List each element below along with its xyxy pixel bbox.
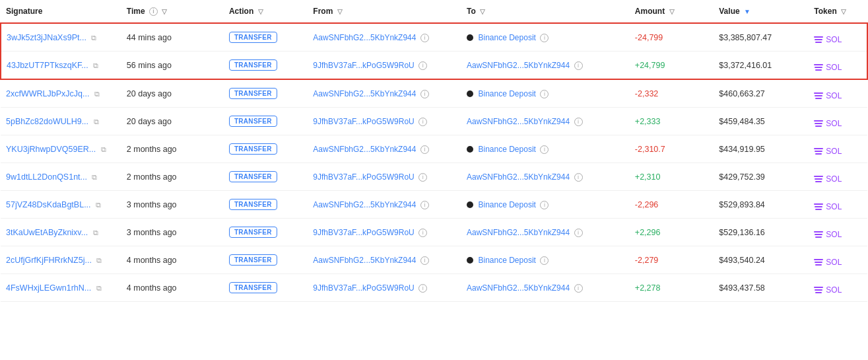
to-info-icon[interactable]: i (540, 145, 549, 154)
signature-link[interactable]: 2xcfWWRLJbPxJcJq... (6, 89, 89, 98)
from-address-link[interactable]: 9JfhBV37aF...kPoG5W9RoU (313, 228, 414, 237)
to-info-icon[interactable]: i (540, 201, 549, 209)
to-address-link[interactable]: AawSNFbhG2...5KbYnkZ944 (467, 61, 570, 70)
from-info-icon[interactable]: i (418, 61, 427, 70)
amount-value: +2,278 (635, 283, 661, 293)
sol-lines-icon (814, 64, 823, 71)
copy-icon[interactable]: ⧉ (96, 284, 102, 293)
to-address-link[interactable]: Binance Deposit (479, 256, 536, 265)
from-address-link[interactable]: AawSNFbhG2...5KbYnkZ944 (313, 33, 416, 42)
from-address-link[interactable]: 9JfhBV37aF...kPoG5W9RoU (313, 283, 414, 293)
copy-icon[interactable]: ⧉ (96, 256, 102, 265)
sol-line-1 (814, 120, 823, 122)
signature-link[interactable]: 9w1dtLL2DonQS1nt... (6, 172, 87, 182)
from-address-link[interactable]: 9JfhBV37aF...kPoG5W9RoU (313, 172, 414, 182)
value-sort-icon[interactable]: ▼ (744, 8, 751, 15)
binance-dot (467, 90, 473, 97)
col-header-from[interactable]: From ▽ (308, 0, 461, 23)
signature-link[interactable]: 4FsWHxjLEGwn1rhN... (6, 283, 91, 293)
sol-line-2 (815, 123, 822, 124)
cell-value: $529,893.84 (714, 191, 809, 219)
signature-link[interactable]: 43JbzUT7PTkszqKF... (7, 61, 88, 70)
copy-icon[interactable]: ⧉ (91, 34, 96, 42)
token-sort-icon[interactable]: ▽ (841, 8, 846, 15)
copy-icon[interactable]: ⧉ (93, 229, 98, 237)
copy-icon[interactable]: ⧉ (94, 90, 100, 98)
from-info-icon[interactable]: i (420, 145, 429, 154)
time-info-icon[interactable]: i (149, 7, 158, 16)
amount-sort-icon[interactable]: ▽ (669, 8, 675, 15)
signature-link[interactable]: 2cUfjGrfKjFHRrkNZ5j... (6, 256, 92, 265)
signature-link[interactable]: 3wJk5zt3jJNaXs9Pt... (7, 33, 86, 42)
copy-icon[interactable]: ⧉ (96, 201, 101, 209)
copy-icon[interactable]: ⧉ (92, 173, 97, 182)
to-address-link[interactable]: Binance Deposit (479, 89, 536, 98)
cell-to: AawSNFbhG2...5KbYnkZ944 i (461, 219, 630, 246)
from-sort-icon[interactable]: ▽ (337, 8, 343, 15)
to-info-icon[interactable]: i (574, 229, 583, 237)
cell-signature: 2xcfWWRLJbPxJcJq... ⧉ (1, 79, 121, 108)
from-info-icon[interactable]: i (420, 34, 429, 42)
from-address-link[interactable]: 9JfhBV37aF...kPoG5W9RoU (313, 61, 414, 70)
sol-line-1 (814, 203, 823, 205)
to-address-link[interactable]: AawSNFbhG2...5KbYnkZ944 (467, 228, 570, 237)
signature-link[interactable]: 5pBhZc82doWULH9... (6, 117, 88, 126)
to-info-icon[interactable]: i (540, 34, 549, 42)
cell-value: $460,663.27 (714, 79, 809, 108)
cell-signature: 4FsWHxjLEGwn1rhN... ⧉ (1, 274, 121, 302)
from-info-icon[interactable]: i (420, 90, 429, 98)
copy-icon[interactable]: ⧉ (94, 118, 99, 126)
from-info-icon[interactable]: i (418, 173, 427, 182)
amount-value: -2,332 (635, 89, 658, 98)
cell-time: 4 months ago (121, 246, 224, 274)
action-badge: TRANSFER (229, 116, 277, 127)
signature-link[interactable]: YKU3jRhwpDVQ59ER... (6, 145, 96, 154)
from-address-link[interactable]: AawSNFbhG2...5KbYnkZ944 (313, 256, 416, 265)
to-address-link[interactable]: Binance Deposit (479, 200, 536, 209)
copy-icon[interactable]: ⧉ (101, 145, 106, 154)
action-sort-icon[interactable]: ▽ (258, 8, 263, 15)
from-address-link[interactable]: 9JfhBV37aF...kPoG5W9RoU (313, 117, 414, 126)
cell-action: TRANSFER (224, 23, 308, 52)
to-info-icon[interactable]: i (540, 90, 549, 98)
col-header-time[interactable]: Time i ▽ (121, 0, 224, 23)
to-info-icon[interactable]: i (574, 61, 583, 70)
to-address-link[interactable]: AawSNFbhG2...5KbYnkZ944 (467, 117, 570, 126)
signature-link[interactable]: 3tKaUwEtAByZknixv... (6, 228, 88, 237)
from-address-link[interactable]: AawSNFbhG2...5KbYnkZ944 (313, 145, 416, 154)
to-info-icon[interactable]: i (574, 284, 583, 293)
to-address-link[interactable]: Binance Deposit (479, 33, 536, 42)
cell-value: $493,437.58 (714, 274, 809, 302)
to-sort-icon[interactable]: ▽ (480, 8, 485, 15)
cell-from: AawSNFbhG2...5KbYnkZ944 i (308, 79, 461, 108)
from-info-icon[interactable]: i (418, 229, 427, 237)
value-amount: $459,484.35 (719, 117, 765, 126)
from-address-link[interactable]: AawSNFbhG2...5KbYnkZ944 (313, 200, 416, 209)
sol-lines-icon (814, 259, 823, 266)
to-info-icon[interactable]: i (574, 173, 583, 182)
from-info-icon[interactable]: i (418, 118, 427, 126)
col-header-action[interactable]: Action ▽ (224, 0, 308, 23)
cell-token: SOL (809, 108, 867, 135)
to-info-icon[interactable]: i (540, 256, 549, 265)
sol-lines-icon (814, 92, 823, 99)
signature-link[interactable]: 57jVZ48DsKdaBgtBL... (6, 200, 91, 209)
col-header-to[interactable]: To ▽ (461, 0, 630, 23)
copy-icon[interactable]: ⧉ (93, 61, 98, 70)
from-address-link[interactable]: AawSNFbhG2...5KbYnkZ944 (313, 89, 416, 98)
to-info-icon[interactable]: i (574, 118, 583, 126)
col-header-amount[interactable]: Amount ▽ (630, 0, 714, 23)
cell-to: AawSNFbhG2...5KbYnkZ944 i (461, 52, 630, 80)
table-row: 43JbzUT7PTkszqKF... ⧉ 56 mins ago TRANSF… (1, 52, 867, 80)
col-header-value[interactable]: Value ▼ (714, 0, 809, 23)
to-address-link[interactable]: AawSNFbhG2...5KbYnkZ944 (467, 172, 570, 182)
to-address-link[interactable]: AawSNFbhG2...5KbYnkZ944 (467, 283, 570, 293)
col-header-token[interactable]: Token ▽ (809, 0, 867, 23)
time-sort-icon[interactable]: ▽ (162, 8, 167, 15)
from-info-icon[interactable]: i (420, 201, 429, 209)
to-address-link[interactable]: Binance Deposit (479, 145, 536, 154)
from-info-icon[interactable]: i (418, 284, 427, 293)
from-info-icon[interactable]: i (420, 256, 429, 265)
sol-line-3 (815, 264, 822, 266)
sol-label: SOL (826, 63, 842, 72)
